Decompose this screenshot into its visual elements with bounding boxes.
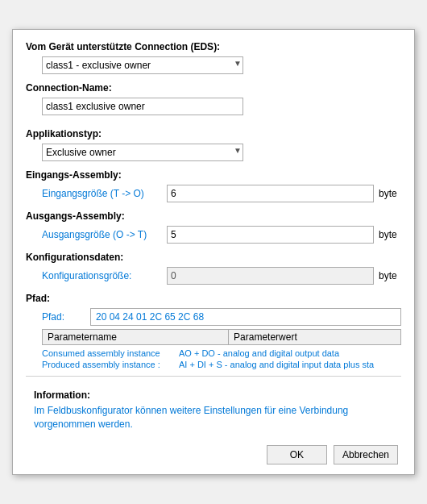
ausgangs-assembly-label: Ausgangs-Assembly: xyxy=(26,210,401,222)
divider xyxy=(26,376,401,377)
assembly-val-0: AO + DO - analog and digital output data xyxy=(179,348,339,358)
konfig-label: Konfigurationsdaten: xyxy=(26,252,401,263)
konfig-unit: byte xyxy=(379,270,401,281)
assembly-row-0: Consumed assembly instance AO + DO - ana… xyxy=(42,348,401,358)
assembly-key-1: Produced assembly instance : xyxy=(42,360,179,369)
konfig-row: Konfigurationsgröße: byte xyxy=(26,267,401,285)
ausgangs-row: Ausgangsgröße (O -> T) byte xyxy=(26,226,401,244)
info-label: Information: xyxy=(34,389,393,401)
param-table-wrap: Parametername Parameterwert xyxy=(26,329,401,345)
assembly-key-0: Consumed assembly instance xyxy=(42,348,179,358)
eds-label: Vom Gerät unterstützte Connection (EDS): xyxy=(26,41,401,52)
eingangs-unit: byte xyxy=(379,188,401,199)
pfad-input[interactable] xyxy=(90,308,401,326)
app-type-select-wrap: Exclusive owner ▼ xyxy=(26,144,401,161)
pfad-row: Pfad: xyxy=(42,308,401,326)
table-col2: Parameterwert xyxy=(229,329,401,344)
app-type-select[interactable]: Exclusive owner xyxy=(42,144,243,161)
dialog: Vom Gerät unterstützte Connection (EDS):… xyxy=(12,29,415,476)
ausgangs-input[interactable] xyxy=(167,226,374,244)
eingangs-input[interactable] xyxy=(167,185,374,202)
cancel-button[interactable]: Abbrechen xyxy=(334,445,398,464)
eingangs-assembly-label: Eingangs-Assembly: xyxy=(26,169,401,181)
ausgangs-unit: byte xyxy=(379,229,401,240)
konfig-input xyxy=(167,267,374,285)
info-section: Information: Im Feldbuskonfigurator könn… xyxy=(26,385,401,436)
pfad-section: Pfad: xyxy=(26,308,401,326)
ausgangs-field-label: Ausgangsgröße (O -> T) xyxy=(42,229,167,240)
connection-name-input[interactable] xyxy=(42,98,243,115)
pfad-field-label: Pfad: xyxy=(42,311,90,323)
eingangs-row: Eingangsgröße (T -> O) byte xyxy=(26,185,401,202)
button-row: OK Abbrechen xyxy=(26,445,401,464)
info-text: Im Feldbuskonfigurator können weitere Ei… xyxy=(34,404,393,431)
konfig-field-label: Konfigurationsgröße: xyxy=(42,270,167,281)
param-table: Parametername Parameterwert xyxy=(42,329,401,345)
eingangs-field-label: Eingangsgröße (T -> O) xyxy=(42,188,167,199)
app-type-label: Applikationstyp: xyxy=(26,128,401,140)
table-col1: Parametername xyxy=(43,329,229,344)
assembly-row-1: Produced assembly instance : AI + DI + S… xyxy=(42,360,401,369)
assembly-val-1: AI + DI + S - analog and digital input d… xyxy=(179,360,374,369)
connection-name-label: Connection-Name: xyxy=(26,82,401,94)
assembly-rows: Consumed assembly instance AO + DO - ana… xyxy=(26,348,401,369)
eds-select[interactable]: class1 - exclusive owner xyxy=(42,56,243,74)
ok-button[interactable]: OK xyxy=(267,445,327,464)
pfad-label: Pfad: xyxy=(26,293,401,304)
eds-select-wrap: class1 - exclusive owner ▼ xyxy=(26,56,401,74)
